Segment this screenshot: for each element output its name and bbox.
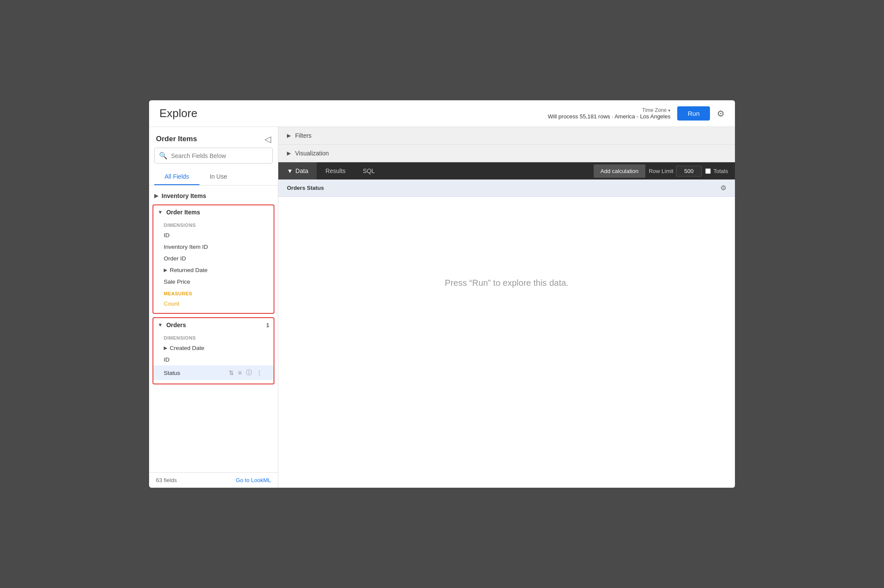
order-items-body: DIMENSIONS ID Inventory Item ID Order ID… <box>153 219 274 313</box>
search-box: 🔍 <box>154 148 273 164</box>
chevron-right-icon: ▶ <box>287 150 291 156</box>
visualization-header[interactable]: ▶ Visualization <box>278 145 735 162</box>
column-settings-icon[interactable]: ⚙ <box>720 184 726 192</box>
chevron-down-icon: ▼ <box>158 209 163 215</box>
totals-checkbox[interactable] <box>705 168 711 174</box>
tab-data[interactable]: ▼ Data <box>278 162 317 179</box>
orders-body: DIMENSIONS ▶ Created Date ID Status ⇅ <box>153 332 274 384</box>
header-info: Time Zone ▾ Will process 55,181 rows · A… <box>548 107 671 120</box>
search-input[interactable] <box>171 152 268 159</box>
chevron-right-icon: ▶ <box>287 133 291 139</box>
dimensions-label: DIMENSIONS <box>153 219 274 229</box>
chevron-right-icon: ▶ <box>154 193 158 199</box>
sidebar: Order Items ◁ 🔍 All Fields In Use ▶ Inve… <box>149 127 278 488</box>
tabs: All Fields In Use <box>149 169 278 186</box>
more-icon[interactable]: ⋮ <box>255 368 263 377</box>
order-items-label: Order Items <box>166 209 200 216</box>
go-to-lookml-link[interactable]: Go to LookML <box>236 477 271 483</box>
filters-section: ▶ Filters <box>278 127 735 145</box>
data-header-row: Orders Status ⚙ <box>278 179 735 197</box>
data-area: Orders Status ⚙ Press “Run” to explore t… <box>278 179 735 488</box>
time-zone-label: Time Zone <box>642 107 667 113</box>
sort-icon[interactable]: ⇅ <box>228 368 235 377</box>
row-limit-label: Row Limit <box>649 168 673 174</box>
fields-count: 63 fields <box>156 477 177 483</box>
section-order-items: ▼ Order Items DIMENSIONS ID Inventory It… <box>153 204 274 314</box>
section-orders: ▼ Orders 1 DIMENSIONS ▶ Created Date ID <box>153 317 274 384</box>
app-container: Explore Time Zone ▾ Will process 55,181 … <box>149 100 735 488</box>
fields-list: ▶ Inventory Items ▼ Order Items DIMENSIO… <box>149 186 278 472</box>
tab-in-use[interactable]: In Use <box>199 169 237 185</box>
order-items-header[interactable]: ▼ Order Items <box>153 205 274 219</box>
toolbar: ▼ Data Results SQL Add calculation Row L… <box>278 162 735 179</box>
section-inventory-items[interactable]: ▶ Inventory Items <box>149 189 278 203</box>
header-right: Time Zone ▾ Will process 55,181 rows · A… <box>548 106 725 121</box>
header: Explore Time Zone ▾ Will process 55,181 … <box>149 100 735 127</box>
row-limit-section: Row Limit <box>649 166 702 176</box>
right-panel: ▶ Filters ▶ Visualization ▼ Data Results <box>278 127 735 488</box>
page-title: Explore <box>159 107 197 120</box>
totals-label: Totals <box>713 168 728 174</box>
measures-label: MEASURES <box>153 288 274 298</box>
add-calculation-button[interactable]: Add calculation <box>594 164 645 178</box>
orders-header[interactable]: ▼ Orders 1 <box>153 318 274 332</box>
chevron-right-icon: ▶ <box>164 345 167 351</box>
field-id[interactable]: ID <box>153 229 274 241</box>
tab-sql-label: SQL <box>363 167 375 174</box>
process-info: Will process 55,181 rows · America - Los… <box>548 113 671 120</box>
field-status-actions: ⇅ ≡ ⓘ ⋮ <box>228 368 263 378</box>
field-returned-date[interactable]: ▶ Returned Date <box>153 264 274 276</box>
field-status[interactable]: Status ⇅ ≡ ⓘ ⋮ <box>153 365 274 380</box>
field-count[interactable]: Count <box>153 298 274 309</box>
totals-section: Totals <box>705 168 728 174</box>
sidebar-footer: 63 fields Go to LookML <box>149 472 278 488</box>
row-limit-input[interactable] <box>676 166 702 176</box>
filters-header[interactable]: ▶ Filters <box>278 127 735 144</box>
chevron-down-icon: ▾ <box>668 108 670 113</box>
run-button[interactable]: Run <box>677 106 710 121</box>
field-sale-price[interactable]: Sale Price <box>153 276 274 288</box>
time-zone: Time Zone ▾ <box>548 107 671 113</box>
search-icon: 🔍 <box>159 152 168 160</box>
column-orders-status: Orders Status <box>287 185 720 191</box>
search-container: 🔍 <box>149 148 278 169</box>
field-order-id[interactable]: Order ID <box>153 253 274 264</box>
orders-badge: 1 <box>266 322 269 328</box>
tab-results[interactable]: Results <box>317 162 354 179</box>
main-content: Order Items ◁ 🔍 All Fields In Use ▶ Inve… <box>149 127 735 488</box>
chevron-down-icon: ▼ <box>158 322 163 328</box>
settings-icon[interactable]: ⚙ <box>717 108 725 119</box>
visualization-label: Visualization <box>295 150 329 157</box>
field-orders-id[interactable]: ID <box>153 354 274 365</box>
orders-dimensions-label: DIMENSIONS <box>153 332 274 342</box>
sidebar-title: Order Items <box>156 135 197 143</box>
chevron-right-icon: ▶ <box>164 267 167 273</box>
tab-all-fields[interactable]: All Fields <box>154 169 199 185</box>
section-label: Inventory Items <box>162 192 206 199</box>
info-icon[interactable]: ⓘ <box>245 368 253 378</box>
sidebar-back-button[interactable]: ◁ <box>265 134 271 144</box>
sidebar-header: Order Items ◁ <box>149 127 278 148</box>
empty-state: Press “Run” to explore this data. <box>278 197 735 369</box>
filter-icon[interactable]: ≡ <box>237 368 243 377</box>
tab-data-label: Data <box>296 167 308 174</box>
field-created-date[interactable]: ▶ Created Date <box>153 342 274 354</box>
field-inventory-item-id[interactable]: Inventory Item ID <box>153 241 274 253</box>
visualization-section: ▶ Visualization <box>278 145 735 162</box>
orders-label: Orders <box>166 322 186 328</box>
tab-data-chevron: ▼ <box>287 167 293 174</box>
filters-label: Filters <box>295 132 311 139</box>
tab-sql[interactable]: SQL <box>354 162 383 179</box>
tab-results-label: Results <box>325 167 346 174</box>
